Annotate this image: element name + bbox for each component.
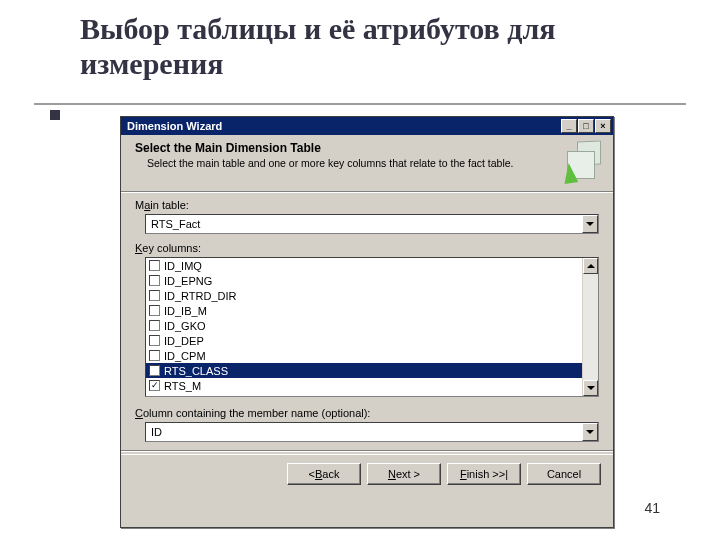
chevron-down-icon bbox=[586, 222, 594, 226]
list-item[interactable]: ID_GKO bbox=[146, 318, 582, 333]
list-item[interactable]: ID_IMQ bbox=[146, 258, 582, 273]
member-name-dropdown[interactable]: ID bbox=[145, 422, 599, 442]
minimize-button[interactable]: _ bbox=[561, 119, 577, 133]
dimension-icon bbox=[559, 141, 603, 185]
member-name-label: Column containing the member name (optio… bbox=[135, 407, 599, 419]
member-name-value: ID bbox=[146, 426, 582, 438]
key-columns-listbox[interactable]: ID_IMQID_EPNGID_RTRD_DIRID_IB_MID_GKOID_… bbox=[145, 257, 599, 397]
list-item-label: ID_RTRD_DIR bbox=[164, 290, 237, 302]
chevron-down-icon bbox=[586, 430, 594, 434]
list-item[interactable]: RTS_M bbox=[146, 378, 582, 393]
close-button[interactable]: × bbox=[595, 119, 611, 133]
chevron-down-icon bbox=[587, 386, 595, 390]
listbox-scrollbar[interactable] bbox=[582, 258, 598, 396]
checkbox[interactable] bbox=[149, 260, 160, 271]
dimension-wizard-dialog: Dimension Wizard _ □ × Select the Main D… bbox=[120, 116, 614, 528]
checkbox[interactable] bbox=[149, 290, 160, 301]
checkbox[interactable] bbox=[149, 365, 160, 376]
titlebar-text: Dimension Wizard bbox=[127, 120, 561, 132]
checkbox[interactable] bbox=[149, 380, 160, 391]
main-table-value: RTS_Fact bbox=[146, 218, 582, 230]
list-item-label: ID_IB_M bbox=[164, 305, 207, 317]
title-underline bbox=[34, 103, 686, 105]
wizard-subtext: Select the main table and one or more ke… bbox=[135, 157, 551, 170]
scroll-down-button[interactable] bbox=[583, 380, 598, 396]
wizard-button-row: < Back Next > Finish >>| Cancel bbox=[121, 454, 613, 493]
list-item-label: ID_DEP bbox=[164, 335, 204, 347]
cancel-button[interactable]: Cancel bbox=[527, 463, 601, 485]
checkbox[interactable] bbox=[149, 320, 160, 331]
checkbox[interactable] bbox=[149, 335, 160, 346]
wizard-heading: Select the Main Dimension Table bbox=[135, 141, 551, 155]
list-item-label: ID_EPNG bbox=[164, 275, 212, 287]
list-item[interactable]: ID_RTRD_DIR bbox=[146, 288, 582, 303]
list-item-label: ID_IMQ bbox=[164, 260, 202, 272]
list-item[interactable]: ID_DEP bbox=[146, 333, 582, 348]
key-columns-label: Key columns: bbox=[135, 242, 599, 254]
next-button[interactable]: Next > bbox=[367, 463, 441, 485]
dropdown-button[interactable] bbox=[582, 215, 598, 233]
finish-button[interactable]: Finish >>| bbox=[447, 463, 521, 485]
page-number: 41 bbox=[644, 500, 660, 516]
dropdown-button[interactable] bbox=[582, 423, 598, 441]
back-button[interactable]: < Back bbox=[287, 463, 361, 485]
checkbox[interactable] bbox=[149, 350, 160, 361]
list-item-label: RTS_CLASS bbox=[164, 365, 228, 377]
slide-title: Выбор таблицы и её атрибутов для измерен… bbox=[0, 0, 720, 87]
maximize-button[interactable]: □ bbox=[578, 119, 594, 133]
main-table-label: Main table: bbox=[135, 199, 599, 211]
scroll-up-button[interactable] bbox=[583, 258, 598, 274]
title-bullet bbox=[50, 110, 60, 120]
list-item[interactable]: ID_EPNG bbox=[146, 273, 582, 288]
wizard-header: Select the Main Dimension Table Select t… bbox=[121, 135, 613, 191]
checkbox[interactable] bbox=[149, 305, 160, 316]
checkbox[interactable] bbox=[149, 275, 160, 286]
list-item-label: ID_CPM bbox=[164, 350, 206, 362]
chevron-up-icon bbox=[587, 264, 595, 268]
list-item[interactable]: RTS_CLASS bbox=[146, 363, 582, 378]
list-item-label: RTS_M bbox=[164, 380, 201, 392]
main-table-dropdown[interactable]: RTS_Fact bbox=[145, 214, 599, 234]
list-item[interactable]: ID_CPM bbox=[146, 348, 582, 363]
titlebar[interactable]: Dimension Wizard _ □ × bbox=[121, 117, 613, 135]
list-item[interactable]: ID_IB_M bbox=[146, 303, 582, 318]
list-item-label: ID_GKO bbox=[164, 320, 206, 332]
scroll-track[interactable] bbox=[583, 274, 598, 380]
